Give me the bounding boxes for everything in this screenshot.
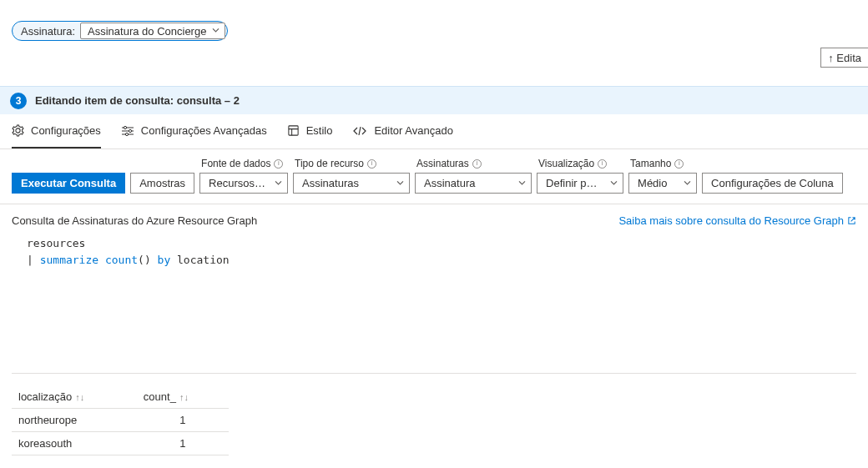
sort-icon: ↑↓ bbox=[179, 392, 189, 402]
tab-advanced-settings[interactable]: Configurações Avançadas bbox=[121, 114, 267, 148]
chevron-down-icon bbox=[212, 28, 220, 33]
data-source-value: Recursos do... bbox=[209, 177, 267, 189]
subscription-pill: Assinatura: Assinatura do Concierge bbox=[12, 21, 228, 41]
tab-advanced-label: Configurações Avançadas bbox=[141, 124, 267, 137]
tab-editor-label: Editor Avançado bbox=[374, 124, 452, 137]
run-query-button[interactable]: Executar Consulta bbox=[12, 173, 125, 194]
column-settings-label: Configurações de Coluna bbox=[711, 177, 834, 189]
code-token: resources bbox=[27, 237, 85, 249]
query-context-text: Consulta de Assinaturas do Azure Resourc… bbox=[12, 214, 257, 227]
learn-more-text: Saiba mais sobre consulta do Resource Gr… bbox=[618, 214, 844, 227]
results-table: localização↑↓ count_↑↓ northeurope 1 kor… bbox=[0, 374, 868, 455]
code-token: () bbox=[138, 254, 151, 266]
code-token: | bbox=[27, 254, 33, 266]
info-icon[interactable]: i bbox=[472, 159, 482, 169]
tab-advanced-editor[interactable]: Editor Avançado bbox=[352, 114, 452, 148]
subscription-value: Assinatura do Concierge bbox=[88, 25, 206, 38]
chevron-down-icon bbox=[610, 180, 618, 185]
subscriptions-label: Assinaturas i bbox=[415, 158, 532, 169]
tab-style-label: Estilo bbox=[306, 124, 333, 137]
column-settings-button[interactable]: Configurações de Coluna bbox=[702, 173, 843, 194]
samples-label: Amostras bbox=[139, 177, 185, 189]
external-link-icon bbox=[847, 216, 856, 225]
chevron-down-icon bbox=[684, 180, 691, 185]
code-identifier: location bbox=[177, 254, 230, 266]
visualization-select[interactable]: Definir por... bbox=[537, 173, 623, 194]
edit-button[interactable]: ↑ Edita bbox=[820, 48, 868, 68]
step-number-badge: 3 bbox=[10, 93, 27, 109]
tab-style[interactable]: Estilo bbox=[287, 114, 333, 148]
info-icon[interactable]: i bbox=[274, 159, 283, 169]
code-keyword: summarize bbox=[40, 254, 98, 266]
chevron-down-icon bbox=[275, 180, 282, 185]
code-icon bbox=[352, 125, 367, 137]
query-editor[interactable]: resources | summarize count() by locatio… bbox=[12, 232, 856, 374]
info-icon[interactable]: i bbox=[598, 159, 607, 169]
cell-count: 1 bbox=[137, 432, 229, 455]
sort-icon: ↑↓ bbox=[75, 392, 84, 402]
chevron-down-icon bbox=[518, 180, 526, 185]
code-keyword: by bbox=[158, 254, 171, 266]
sliders-icon bbox=[121, 125, 134, 137]
svg-point-3 bbox=[124, 126, 126, 128]
cell-location: northeurope bbox=[12, 409, 137, 432]
size-label: Tamanho i bbox=[628, 158, 697, 169]
info-icon[interactable]: i bbox=[674, 159, 684, 169]
gear-icon bbox=[12, 124, 24, 137]
svg-rect-6 bbox=[289, 126, 298, 135]
svg-point-4 bbox=[129, 129, 131, 132]
subscription-label: Assinatura: bbox=[21, 25, 75, 38]
table-row[interactable]: northeurope 1 bbox=[12, 409, 229, 432]
cell-location: koreasouth bbox=[12, 432, 137, 455]
data-source-label: Fonte de dados i bbox=[199, 158, 288, 169]
cell-count: 1 bbox=[137, 409, 229, 432]
col-count-header[interactable]: count_↑↓ bbox=[137, 385, 229, 409]
subscriptions-value: Assinatura bbox=[424, 177, 475, 189]
step-header: 3 Editando item de consulta: consulta – … bbox=[0, 86, 868, 114]
size-value: Médio bbox=[638, 177, 667, 189]
size-select[interactable]: Médio bbox=[628, 173, 697, 194]
resource-type-select[interactable]: Assinaturas bbox=[293, 173, 410, 194]
run-query-label: Executar Consulta bbox=[21, 177, 116, 189]
resource-type-value: Assinaturas bbox=[302, 177, 359, 189]
subscription-select[interactable]: Assinatura do Concierge bbox=[80, 23, 225, 39]
chevron-down-icon bbox=[396, 180, 404, 185]
col-location-header[interactable]: localização↑↓ bbox=[12, 385, 137, 409]
tab-bar: Configurações Configurações Avançadas Es… bbox=[0, 114, 868, 149]
code-function: count bbox=[105, 254, 138, 266]
subscriptions-select[interactable]: Assinatura bbox=[415, 173, 532, 194]
tab-settings-label: Configurações bbox=[31, 124, 101, 137]
edit-button-label: ↑ Edita bbox=[828, 52, 861, 64]
style-icon bbox=[287, 124, 300, 137]
query-controls: Executar Consulta Amostras Fonte de dado… bbox=[0, 149, 868, 204]
samples-button[interactable]: Amostras bbox=[130, 173, 194, 194]
visualization-label: Visualização i bbox=[537, 158, 623, 169]
svg-point-5 bbox=[125, 133, 128, 135]
table-row[interactable]: koreasouth 1 bbox=[12, 432, 229, 455]
step-title: Editando item de consulta: consulta – 2 bbox=[35, 94, 240, 107]
resource-type-label: Tipo de recurso i bbox=[293, 158, 410, 169]
learn-more-link[interactable]: Saiba mais sobre consulta do Resource Gr… bbox=[618, 214, 856, 227]
visualization-value: Definir por... bbox=[546, 177, 603, 189]
data-source-select[interactable]: Recursos do... bbox=[199, 173, 288, 194]
info-icon[interactable]: i bbox=[367, 159, 376, 169]
tab-settings[interactable]: Configurações bbox=[12, 114, 101, 148]
